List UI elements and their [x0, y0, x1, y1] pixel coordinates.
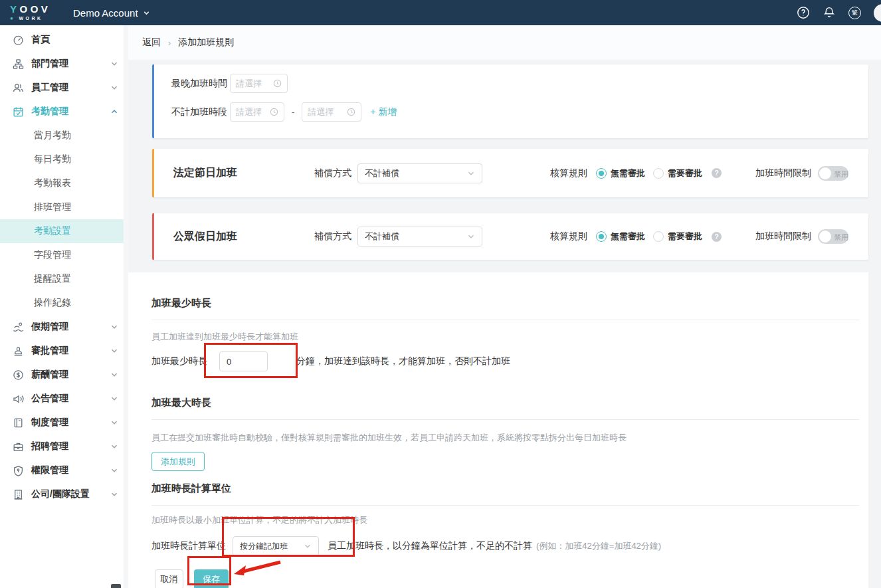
- breadcrumb-separator: ›: [168, 38, 171, 48]
- sidebar-item-policy-management[interactable]: 制度管理: [0, 411, 128, 435]
- compensation-method-select[interactable]: 不計補償: [357, 227, 482, 246]
- min-duration-helper: 員工加班達到加班最少時長才能算加班: [151, 331, 859, 343]
- sidebar-item-recruitment-management[interactable]: 招聘管理: [0, 435, 128, 458]
- calculation-rule-label: 核算規則: [550, 231, 587, 243]
- compensation-method-select[interactable]: 不計補償: [357, 163, 482, 183]
- statutory-holiday-overtime-card: 法定節日加班 補償方式 不計補償 核算規則 無需審批 需要審批 ? 加班時間限制…: [152, 149, 868, 197]
- radio-no-approval-label[interactable]: 無需審批: [611, 167, 645, 179]
- min-duration-input[interactable]: [219, 351, 268, 371]
- breadcrumb: 返回 › 添加加班規則: [128, 25, 881, 60]
- chevron-down-icon: [110, 466, 118, 474]
- sidebar-item-attendance-report[interactable]: 考勤報表: [0, 171, 128, 195]
- toggle-knob: [819, 231, 831, 243]
- sidebar-item-attendance[interactable]: 考勤管理: [0, 100, 128, 124]
- people-icon: [13, 82, 24, 94]
- language-icon[interactable]: 繁: [848, 7, 861, 19]
- page-title: 添加加班規則: [178, 37, 234, 49]
- sidebar-item-leave-management[interactable]: 假期管理: [0, 315, 128, 339]
- help-icon[interactable]: ?: [712, 168, 722, 178]
- yoov-work-logo[interactable]: YOOV ● WORK: [0, 4, 66, 21]
- add-rule-button[interactable]: 添加規則: [151, 452, 205, 471]
- sidebar-item-payroll-management[interactable]: 薪酬管理: [0, 363, 128, 387]
- max-duration-heading: 加班最大時長: [151, 397, 859, 409]
- calculation-rule-label: 核算規則: [550, 167, 587, 179]
- unit-label: 加班時長計算單位: [151, 540, 226, 552]
- topbar-actions: 繁: [797, 0, 881, 25]
- account-name: Demo Account: [73, 7, 138, 19]
- sidebar-item-shift-management[interactable]: 排班管理: [0, 195, 128, 219]
- unit-select[interactable]: 按分鐘記加班: [233, 536, 319, 556]
- overtime-limit-group: 加班時間限制 禁用: [755, 166, 848, 181]
- breadcrumb-back-link[interactable]: 返回: [142, 37, 161, 49]
- min-duration-label: 加班最少時長: [151, 355, 207, 367]
- sidebar-item-employees[interactable]: 員工管理: [0, 76, 128, 100]
- avatar[interactable]: [874, 4, 881, 22]
- calendar-check-icon: [13, 106, 24, 118]
- sidebar-item-label: 審批管理: [31, 345, 68, 357]
- sidebar-item-attendance-settings[interactable]: 考勤設置: [0, 219, 128, 243]
- chevron-down-icon: [110, 490, 118, 498]
- min-duration-heading: 加班最少時長: [151, 272, 859, 310]
- excluded-overtime-period-label: 不計加班時段: [171, 106, 230, 118]
- sidebar-item-approval-management[interactable]: 審批管理: [0, 339, 128, 363]
- card-title: 法定節日加班: [173, 166, 314, 180]
- help-icon[interactable]: ?: [712, 232, 722, 242]
- sidebar-item-reminder-settings[interactable]: 提醒設置: [0, 267, 128, 291]
- sidebar-item-departments[interactable]: 部門管理: [0, 52, 128, 76]
- min-duration-suffix: 分鐘，加班達到該時長，才能算加班，否則不計加班: [296, 355, 510, 367]
- vacation-icon: [13, 322, 24, 333]
- radio-need-approval-label[interactable]: 需要審批: [668, 231, 702, 243]
- range-separator: -: [292, 107, 294, 117]
- logo-line-1: YOOV: [10, 4, 66, 14]
- min-duration-row: 加班最少時長 分鐘，加班達到該時長，才能算加班，否則不計加班: [151, 351, 859, 371]
- calculation-rule-group: 核算規則 無需審批 需要審批 ?: [550, 167, 722, 179]
- chevron-down-icon: [143, 9, 150, 17]
- save-button[interactable]: 保存: [194, 569, 229, 588]
- unit-helper: 加班時長以最小加班單位計算，不足的將不計入加班時長: [151, 514, 859, 526]
- chevron-up-icon: [110, 108, 118, 116]
- radio-no-approval[interactable]: [596, 231, 607, 242]
- sidebar-item-label: 招聘管理: [31, 441, 68, 452]
- chevron-down-icon: [467, 169, 475, 177]
- sidebar-item-field-management[interactable]: 字段管理: [0, 243, 128, 267]
- radio-need-approval[interactable]: [653, 231, 664, 242]
- public-holiday-overtime-card: 公眾假日加班 補償方式 不計補償 核算規則 無需審批 需要審批 ? 加班時間限制…: [152, 213, 868, 260]
- chevron-down-icon: [110, 395, 118, 403]
- sidebar-item-permission-management[interactable]: 權限管理: [0, 458, 128, 482]
- excluded-period-start-picker[interactable]: 請選擇: [230, 102, 284, 122]
- sidebar-scrollbar[interactable]: [124, 25, 128, 588]
- sidebar-item-announcement-management[interactable]: 公告管理: [0, 387, 128, 411]
- sidebar-item-label: 薪酬管理: [31, 369, 68, 381]
- account-switcher[interactable]: Demo Account: [73, 7, 150, 19]
- clock-icon: [273, 79, 282, 88]
- content-area: 最晚加班時間 請選擇 不計加班時段 請選擇 - 請選擇 + 新增: [128, 60, 881, 588]
- collapse-sidebar-icon[interactable]: [111, 584, 121, 588]
- calculation-rule-group: 核算規則 無需審批 需要審批 ?: [550, 231, 722, 243]
- radio-no-approval[interactable]: [596, 168, 607, 179]
- unit-heading: 加班時長計算單位: [151, 482, 859, 495]
- chevron-down-icon: [110, 323, 118, 331]
- radio-no-approval-label[interactable]: 無需審批: [611, 231, 645, 243]
- sidebar-item-label: 排班管理: [34, 201, 71, 213]
- sidebar-item-company-team-settings[interactable]: 公司/團隊設置: [0, 482, 128, 506]
- topbar: YOOV ● WORK Demo Account 繁: [0, 0, 881, 25]
- latest-overtime-time-picker[interactable]: 請選擇: [230, 74, 288, 93]
- sidebar-item-home[interactable]: 首頁: [0, 28, 128, 52]
- sidebar-item-operation-log[interactable]: 操作紀錄: [0, 291, 128, 315]
- overtime-limit-toggle[interactable]: 禁用: [818, 229, 848, 244]
- chevron-down-icon: [110, 60, 118, 68]
- sidebar-item-daily-attendance[interactable]: 每日考勤: [0, 147, 128, 171]
- radio-need-approval-label[interactable]: 需要審批: [668, 167, 702, 179]
- sidebar-item-label: 員工管理: [31, 82, 68, 94]
- excluded-period-end-picker[interactable]: 請選擇: [302, 102, 361, 122]
- help-icon[interactable]: [797, 6, 810, 19]
- radio-need-approval[interactable]: [653, 168, 664, 179]
- sidebar-item-monthly-attendance[interactable]: 當月考勤: [0, 124, 128, 147]
- cancel-button[interactable]: 取消: [155, 569, 183, 588]
- unit-row: 加班時長計算單位 按分鐘記加班 員工加班時長，以分鐘為單位計算，不足的不計算 (…: [151, 536, 859, 556]
- bell-icon[interactable]: [823, 6, 836, 19]
- add-period-link[interactable]: + 新增: [370, 106, 397, 118]
- clock-icon: [270, 108, 278, 116]
- building-icon: [13, 489, 24, 500]
- overtime-limit-toggle[interactable]: 禁用: [818, 166, 848, 181]
